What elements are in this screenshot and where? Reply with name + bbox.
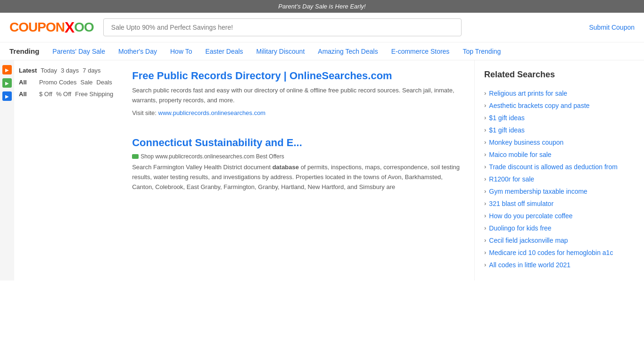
tag-icon	[132, 154, 139, 159]
filter-deals[interactable]: Deals	[97, 79, 112, 86]
arrow-icon-6: ›	[484, 163, 486, 170]
logo[interactable]: COUPON X OO	[9, 19, 94, 36]
arrow-icon-5: ›	[484, 151, 486, 158]
search-input[interactable]	[103, 18, 462, 36]
filter-time-row: Latest Today 3 days 7 days	[19, 67, 113, 74]
nav-item-easter-deals[interactable]: Easter Deals	[205, 48, 243, 55]
related-item-text-2: $1 gift ideas	[489, 114, 525, 122]
result-visit-1: Visit site: www.publicrecords.onlinesear…	[132, 108, 460, 118]
arrow-icon-7: ›	[484, 175, 486, 182]
related-item-5[interactable]: › Maico mobile for sale	[484, 148, 635, 161]
related-item-6[interactable]: › Trade discount is allowed as deduction…	[484, 161, 635, 173]
filter-today[interactable]: Today	[41, 67, 57, 74]
related-item-text-9: 321 blast off simulator	[489, 200, 553, 207]
content-area: Free Public Records Directory | OnlineSe…	[118, 60, 474, 280]
arrow-icon-3: ›	[484, 126, 486, 133]
sidebar-icon-blue[interactable]: ▶	[2, 91, 12, 101]
result-tag-2: Shop www.publicrecords.onlinesearches.co…	[132, 153, 284, 160]
related-item-2[interactable]: › $1 gift ideas	[484, 112, 635, 124]
filter-7days[interactable]: 7 days	[83, 67, 100, 74]
result-card-2: Connecticut Sustainability and E... Shop…	[132, 137, 460, 192]
related-item-3[interactable]: › $1 gift ideas	[484, 124, 635, 136]
result-desc-1: Search public records fast and easy with…	[132, 86, 460, 106]
submit-coupon-button[interactable]: Submit Coupon	[589, 24, 635, 31]
filter-type-row: All Promo Codes Sale Deals	[19, 79, 113, 86]
result-desc-bold: database	[272, 164, 299, 171]
filter-all-label2: All	[19, 90, 35, 98]
logo-coupon: COUPON	[9, 20, 65, 35]
related-item-text-5: Maico mobile for sale	[489, 151, 551, 158]
filter-free-shipping[interactable]: Free Shipping	[75, 90, 113, 98]
result-desc-part1: Search Farmington Valley Health District…	[132, 164, 272, 171]
result-title-2[interactable]: Connecticut Sustainability and E...	[132, 137, 460, 149]
filter-all-label: All	[19, 79, 35, 86]
related-item-text-14: All codes in little world 2021	[489, 261, 570, 269]
visit-label: Visit site:	[132, 109, 157, 116]
nav-item-ecommerce[interactable]: E-commerce Stores	[391, 48, 450, 55]
filter-amount-row: All $ Off % Off Free Shipping	[19, 90, 113, 98]
related-item-text-1: Aesthetic brackets copy and paste	[489, 102, 589, 109]
related-item-9[interactable]: › 321 blast off simulator	[484, 197, 635, 210]
filter-sale[interactable]: Sale	[80, 79, 92, 86]
left-sidebar: ▶ ▶ ▶	[0, 60, 14, 280]
related-item-10[interactable]: › How do you percolate coffee	[484, 210, 635, 222]
sidebar-icon-orange[interactable]: ▶	[2, 65, 12, 74]
filter-3days[interactable]: 3 days	[61, 67, 79, 74]
arrow-icon-0: ›	[484, 90, 486, 97]
logo-oo: OO	[74, 20, 94, 35]
nav-item-amazing-tech[interactable]: Amazing Tech Deals	[318, 48, 378, 55]
result-url-1[interactable]: www.publicrecords.onlinesearches.com	[158, 109, 266, 116]
related-item-14[interactable]: › All codes in little world 2021	[484, 259, 635, 271]
filter-dollar-off[interactable]: $ Off	[39, 90, 52, 98]
result-tag-text: Shop www.publicrecords.onlinesearches.co…	[140, 153, 284, 160]
related-item-1[interactable]: › Aesthetic brackets copy and paste	[484, 99, 635, 112]
related-item-text-3: $1 gift ideas	[489, 126, 525, 134]
nav-item-parents-day[interactable]: Parents' Day Sale	[52, 48, 105, 55]
sidebar-icon-green[interactable]: ▶	[2, 78, 12, 88]
related-item-7[interactable]: › R1200r for sale	[484, 173, 635, 185]
right-sidebar: Related Searches › Religious art prints …	[474, 60, 644, 280]
arrow-icon-1: ›	[484, 102, 486, 109]
result-card-1: Free Public Records Directory | OnlineSe…	[132, 70, 460, 118]
related-item-4[interactable]: › Monkey business coupon	[484, 136, 635, 148]
arrow-icon-4: ›	[484, 139, 486, 146]
arrow-icon-11: ›	[484, 224, 486, 231]
related-item-8[interactable]: › Gym membership taxable income	[484, 185, 635, 197]
nav-item-military-discount[interactable]: Military Discount	[256, 48, 305, 55]
related-item-text-6: Trade discount is allowed as deduction f…	[489, 163, 618, 171]
filter-latest-label: Latest	[19, 67, 37, 74]
main-layout: ▶ ▶ ▶ Latest Today 3 days 7 days All Pro…	[0, 60, 644, 280]
arrow-icon-14: ›	[484, 261, 486, 268]
arrow-icon-2: ›	[484, 114, 486, 121]
arrow-icon-10: ›	[484, 212, 486, 219]
related-item-text-11: Duolingo for kids free	[489, 224, 551, 232]
result-desc-2: Search Farmington Valley Health District…	[132, 163, 460, 192]
related-item-text-12: Cecil field jacksonville map	[489, 237, 568, 244]
header: COUPON X OO Submit Coupon	[0, 13, 644, 42]
result-title-1[interactable]: Free Public Records Directory | OnlineSe…	[132, 70, 460, 82]
related-item-text-8: Gym membership taxable income	[489, 188, 587, 195]
related-item-text-4: Monkey business coupon	[489, 139, 563, 146]
related-item-0[interactable]: › Religious art prints for sale	[484, 87, 635, 99]
logo-x: X	[65, 19, 74, 36]
related-item-text-13: Medicare icd 10 codes for hemoglobin a1c	[489, 249, 613, 256]
nav-item-how-to[interactable]: How To	[170, 48, 192, 55]
related-item-11[interactable]: › Duolingo for kids free	[484, 222, 635, 234]
related-item-text-10: How do you percolate coffee	[489, 212, 572, 220]
arrow-icon-8: ›	[484, 188, 486, 195]
banner-text: Parent's Day Sale is Here Early!	[278, 3, 365, 10]
related-searches-title: Related Searches	[484, 70, 635, 80]
arrow-icon-13: ›	[484, 249, 486, 256]
related-item-text-0: Religious art prints for sale	[489, 90, 567, 97]
related-item-13[interactable]: › Medicare icd 10 codes for hemoglobin a…	[484, 247, 635, 259]
filter-bar: Latest Today 3 days 7 days All Promo Cod…	[14, 60, 118, 280]
nav-item-top-trending[interactable]: Top Trending	[462, 48, 501, 55]
filter-promo-codes[interactable]: Promo Codes	[39, 79, 76, 86]
nav-item-mothers-day[interactable]: Mother's Day	[118, 48, 157, 55]
arrow-icon-12: ›	[484, 237, 486, 244]
top-banner: Parent's Day Sale is Here Early!	[0, 0, 644, 13]
arrow-icon-9: ›	[484, 200, 486, 207]
related-item-text-7: R1200r for sale	[489, 175, 534, 183]
filter-percent-off[interactable]: % Off	[56, 90, 71, 98]
related-item-12[interactable]: › Cecil field jacksonville map	[484, 234, 635, 247]
